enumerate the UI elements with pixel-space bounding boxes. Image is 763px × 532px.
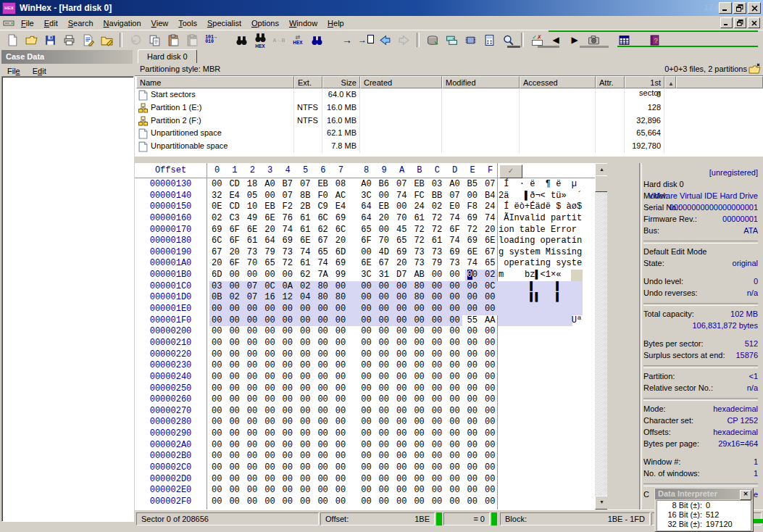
child-window-icon[interactable]: [3, 17, 14, 29]
hex-byte[interactable]: 49: [247, 213, 257, 225]
hex-text-column[interactable]: ÃInvalid partit: [499, 213, 582, 225]
hex-byte[interactable]: 00: [432, 428, 442, 440]
hex-byte[interactable]: 02: [432, 201, 442, 213]
hex-byte[interactable]: 74: [317, 258, 328, 270]
hex-byte[interactable]: 3C: [361, 191, 371, 202]
hex-byte[interactable]: 67: [212, 247, 222, 259]
hex-byte[interactable]: 0C: [485, 281, 495, 293]
hex-byte[interactable]: 00: [229, 440, 239, 452]
hex-byte[interactable]: 00: [361, 474, 371, 486]
hex-byte[interactable]: 00: [432, 315, 442, 327]
hex-row[interactable]: 000001B06D00000000627A993C31D7AB00000002…: [135, 270, 595, 281]
hex-byte[interactable]: 6E: [361, 258, 371, 270]
hex-byte[interactable]: 00: [300, 496, 310, 508]
hex-byte[interactable]: 00: [212, 496, 222, 508]
hex-byte[interactable]: 00: [449, 451, 459, 462]
hex-byte[interactable]: 00: [379, 349, 389, 361]
hex-byte[interactable]: 00: [449, 292, 459, 304]
hex-byte[interactable]: 00: [396, 201, 406, 213]
hex-byte[interactable]: 00: [317, 372, 328, 383]
interpreter-value[interactable]: 0: [706, 501, 710, 510]
hex-byte[interactable]: 00: [229, 304, 239, 315]
hex-row[interactable]: 0000028000000000000000000000000000000000: [135, 417, 595, 428]
hex-byte[interactable]: 00: [485, 428, 495, 440]
hex-byte[interactable]: 00: [212, 383, 222, 395]
hex-byte[interactable]: 00: [361, 417, 371, 428]
hex-byte[interactable]: 65: [317, 247, 328, 259]
hex-byte[interactable]: 00: [361, 292, 371, 304]
hex-byte[interactable]: 00: [264, 315, 275, 327]
hex-byte[interactable]: 67: [485, 247, 495, 259]
hex-byte[interactable]: 00: [283, 326, 293, 338]
hex-byte[interactable]: AB: [414, 270, 424, 281]
hex-byte[interactable]: 00: [335, 440, 346, 452]
hex-byte[interactable]: 00: [212, 451, 222, 462]
hex-byte[interactable]: 00: [229, 349, 239, 361]
hex-byte[interactable]: 20: [335, 236, 346, 247]
hex-byte[interactable]: 00: [264, 338, 275, 349]
hex-byte[interactable]: 00: [317, 383, 328, 395]
menu-item-window[interactable]: Window: [284, 17, 322, 29]
hex-byte[interactable]: AA: [485, 315, 495, 327]
hex-byte[interactable]: 00: [485, 417, 495, 428]
menu-item-specialist[interactable]: Specialist: [202, 17, 246, 29]
hex-byte[interactable]: 70: [379, 236, 389, 247]
hex-byte[interactable]: 00: [283, 496, 293, 508]
hex-byte[interactable]: 0E: [212, 201, 222, 213]
hex-byte[interactable]: 00: [317, 315, 328, 327]
hex-byte[interactable]: 00: [396, 394, 406, 406]
hex-byte[interactable]: 00: [467, 394, 478, 406]
hex-byte[interactable]: 00: [485, 360, 495, 372]
hex-byte[interactable]: 00: [414, 451, 424, 462]
hex-byte[interactable]: 00: [467, 372, 478, 383]
hex-byte[interactable]: 07: [485, 179, 495, 191]
hex-byte[interactable]: 00: [467, 417, 478, 428]
hex-byte[interactable]: 00: [229, 462, 239, 474]
hex-byte[interactable]: 20: [264, 225, 275, 236]
hex-byte[interactable]: 00: [467, 451, 478, 462]
hex-byte[interactable]: 00: [432, 372, 442, 383]
hex-byte[interactable]: 00: [247, 372, 257, 383]
convert-binary-button[interactable]: 101→010: [201, 31, 220, 49]
hex-byte[interactable]: 80: [414, 281, 424, 293]
new-file-button[interactable]: [3, 31, 22, 49]
hex-byte[interactable]: 00: [449, 496, 459, 508]
hex-byte[interactable]: 00: [379, 383, 389, 395]
hex-byte[interactable]: 00: [300, 440, 310, 452]
hex-byte[interactable]: 04: [300, 292, 310, 304]
hex-byte[interactable]: 00: [449, 406, 459, 417]
column-header-ext[interactable]: Ext.: [294, 76, 322, 88]
hex-byte[interactable]: 12: [283, 292, 293, 304]
hex-byte[interactable]: 00: [396, 474, 406, 486]
hex-byte[interactable]: 00: [317, 428, 328, 440]
hex-byte[interactable]: 00: [379, 191, 389, 202]
hex-byte[interactable]: 00: [485, 406, 495, 417]
hex-byte[interactable]: 69: [467, 236, 478, 247]
calculator-button[interactable]: [480, 31, 499, 49]
hex-byte[interactable]: 00: [485, 349, 495, 361]
hex-byte[interactable]: 00: [449, 360, 459, 372]
hex-byte[interactable]: 00: [283, 485, 293, 496]
hex-byte[interactable]: 20: [212, 258, 222, 270]
hex-byte[interactable]: 00: [432, 304, 442, 315]
hex-byte[interactable]: 00: [212, 349, 222, 361]
hex-byte[interactable]: 00: [335, 428, 346, 440]
hex-byte[interactable]: 00: [467, 462, 478, 474]
hex-byte[interactable]: EB: [379, 201, 389, 213]
hex-byte[interactable]: 69: [396, 247, 406, 259]
hex-byte[interactable]: 80: [317, 292, 328, 304]
hex-byte[interactable]: 00: [229, 372, 239, 383]
hex-byte[interactable]: 6E: [485, 236, 495, 247]
hex-byte[interactable]: 00: [264, 451, 275, 462]
hex-byte[interactable]: 00: [229, 417, 239, 428]
hex-byte[interactable]: 00: [432, 440, 442, 452]
hex-byte[interactable]: 00: [361, 326, 371, 338]
mdi-minimize-icon[interactable]: [720, 17, 733, 28]
hex-byte[interactable]: 00: [229, 360, 239, 372]
table-row[interactable]: Unpartitionable space7.8 MB192,780: [135, 140, 763, 153]
hex-byte[interactable]: 00: [396, 406, 406, 417]
edit-folder-button[interactable]: [97, 31, 116, 49]
paste-into-new-button[interactable]: [183, 31, 201, 49]
hex-byte[interactable]: 64: [264, 236, 275, 247]
hex-byte[interactable]: 61: [300, 225, 310, 236]
